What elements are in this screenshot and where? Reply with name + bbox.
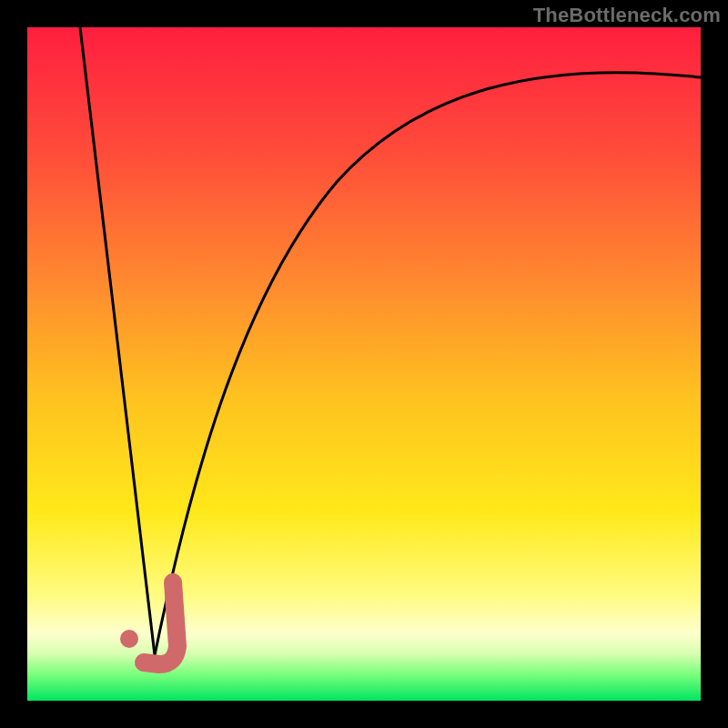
plot-area [27,27,701,701]
watermark-text: TheBottleneck.com [533,4,721,27]
bottleneck-curves [27,27,701,701]
curve-left [80,27,155,655]
curve-right [155,73,701,655]
highlight-dot [120,630,138,648]
bottleneck-chart-frame: TheBottleneck.com [0,0,728,728]
